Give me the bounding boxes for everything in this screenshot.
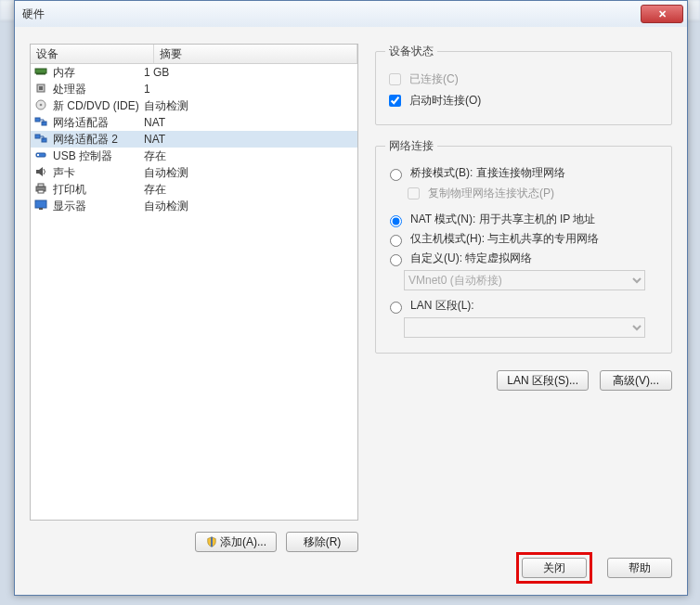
lan-segments-button[interactable]: LAN 区段(S)... [497,370,589,391]
svg-rect-6 [35,118,40,122]
close-button-highlight: 关闭 [516,552,592,584]
device-cell: 网络适配器 [34,115,144,131]
network-connection-group: 网络连接 桥接模式(B): 直接连接物理网络 复制物理网络连接状态(P) [375,138,672,354]
device-cell: 打印机 [34,182,144,198]
hostonly-radio[interactable] [390,235,402,247]
close-icon: ✕ [658,8,667,20]
device-summary: 自动检测 [144,199,354,214]
nat-radio-label[interactable]: NAT 模式(N): 用于共享主机的 IP 地址 [385,212,595,227]
cpu-icon [34,83,49,96]
device-name: 声卡 [53,165,75,181]
network-connection-legend: 网络连接 [385,138,437,154]
device-cell: USB 控制器 [34,148,144,164]
device-name: 新 CD/DVD (IDE) [53,98,139,114]
replicate-checkbox [408,187,420,200]
svg-point-5 [40,104,43,107]
title-bar: 硬件 ✕ [15,1,687,28]
nat-radio[interactable] [390,215,402,227]
device-name: 显示器 [53,199,86,214]
remove-hardware-button[interactable]: 移除(R) [286,532,358,552]
dialog-client-area: 设备 摘要 内存1 GB处理器1新 CD/DVD (IDE)自动检测网络适配器N… [15,27,687,595]
advanced-button[interactable]: 高级(V)... [600,370,672,391]
bridged-radio-label[interactable]: 桥接模式(B): 直接连接物理网络 [385,165,565,181]
device-row[interactable]: 声卡自动检测 [31,164,357,181]
svg-rect-14 [38,190,44,193]
device-rows: 内存1 GB处理器1新 CD/DVD (IDE)自动检测网络适配器NAT网络适配… [31,64,357,214]
custom-radio-label[interactable]: 自定义(U): 特定虚拟网络 [385,251,532,266]
hostonly-text: 仅主机模式(H): 与主机共享的专用网络 [410,231,599,247]
connect-at-poweron-checkbox[interactable] [389,95,401,107]
custom-radio[interactable] [390,254,402,266]
device-status-legend: 设备状态 [385,44,437,59]
add-hardware-button[interactable]: 添加(A)... [195,532,277,552]
svg-rect-16 [39,208,43,210]
help-button[interactable]: 帮助 [607,558,672,578]
network-extra-buttons: LAN 区段(S)... 高级(V)... [375,370,672,391]
device-cell: 网络适配器 2 [34,132,144,148]
lan-segment-combo [404,317,645,338]
device-cell: 新 CD/DVD (IDE) [34,98,144,114]
connect-at-poweron-text: 启动时连接(O) [409,93,481,109]
connect-at-poweron-label[interactable]: 启动时连接(O) [385,92,481,109]
device-panel: 设备 摘要 内存1 GB处理器1新 CD/DVD (IDE)自动检测网络适配器N… [30,44,358,552]
svg-rect-11 [37,154,39,156]
close-button[interactable]: 关闭 [522,558,587,578]
dialog-footer: 关闭 帮助 [516,552,672,584]
hostonly-radio-label[interactable]: 仅主机模式(H): 与主机共享的专用网络 [385,231,599,247]
device-name: 网络适配器 2 [53,132,118,148]
settings-panel: 设备状态 已连接(C) 启动时连接(O) [375,44,672,552]
disc-icon [34,99,49,112]
bridged-text: 桥接模式(B): 直接连接物理网络 [410,165,565,181]
shield-icon [205,536,216,547]
hardware-dialog: 硬件 ✕ 设备 摘要 内存1 GB处理器1新 CD/DVD (IDE)自动检测网… [14,0,688,596]
device-cell: 显示器 [34,199,144,214]
net-icon [34,133,49,146]
device-row[interactable]: 内存1 GB [31,64,357,81]
device-summary: NAT [144,116,354,129]
device-summary: 存在 [144,148,354,164]
custom-vmnet-combo: VMnet0 (自动桥接) [404,270,645,290]
device-row[interactable]: 处理器1 [31,81,357,97]
device-cell: 声卡 [34,165,144,181]
lan-segment-radio-label[interactable]: LAN 区段(L): [385,298,474,314]
device-status-group: 设备状态 已连接(C) 启动时连接(O) [375,44,672,125]
add-button-label: 添加(A)... [220,534,266,550]
svg-rect-13 [38,184,44,187]
device-buttons: 添加(A)... 移除(R) [30,521,358,552]
net-icon [34,116,49,129]
col-header-device[interactable]: 设备 [31,45,154,63]
printer-icon [34,183,49,196]
col-header-summary[interactable]: 摘要 [154,45,357,63]
device-row[interactable]: 网络适配器 2NAT [31,131,357,148]
lan-segment-text: LAN 区段(L): [410,298,474,314]
memory-icon [34,66,49,79]
device-name: 打印机 [53,182,86,198]
device-name: USB 控制器 [53,148,112,164]
device-table-header: 设备 摘要 [31,45,357,64]
device-summary: 存在 [144,182,354,198]
device-summary: 自动检测 [144,165,354,181]
device-row[interactable]: 新 CD/DVD (IDE)自动检测 [31,97,357,114]
close-window-button[interactable]: ✕ [641,5,683,23]
device-name: 网络适配器 [53,115,109,131]
device-row[interactable]: 打印机存在 [31,181,357,198]
usb-icon [34,149,49,162]
device-cell: 内存 [34,65,144,81]
device-summary: 1 GB [144,66,354,79]
device-row[interactable]: 显示器自动检测 [31,198,357,214]
connected-checkbox [389,73,401,85]
device-name: 处理器 [53,82,86,97]
device-name: 内存 [53,65,75,81]
svg-rect-3 [39,86,43,90]
device-table: 设备 摘要 内存1 GB处理器1新 CD/DVD (IDE)自动检测网络适配器N… [30,44,358,521]
custom-text: 自定义(U): 特定虚拟网络 [410,251,532,266]
lan-segment-radio[interactable] [390,302,402,314]
bridged-radio[interactable] [390,169,402,181]
device-summary: 1 [144,83,354,96]
nat-text: NAT 模式(N): 用于共享主机的 IP 地址 [410,212,595,227]
svg-rect-15 [35,200,46,208]
window-title: 硬件 [22,6,641,22]
device-row[interactable]: USB 控制器存在 [31,148,357,164]
device-row[interactable]: 网络适配器NAT [31,114,357,131]
connected-checkbox-label: 已连接(C) [385,71,459,88]
